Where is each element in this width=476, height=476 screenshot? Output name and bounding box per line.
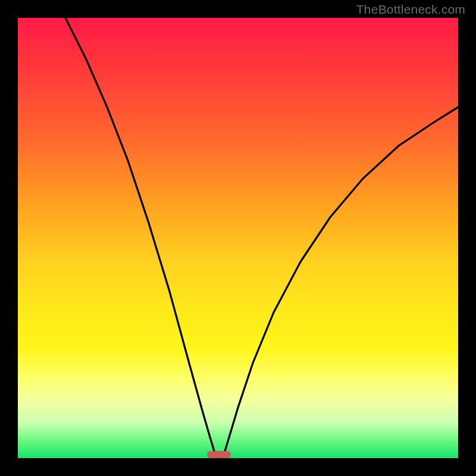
curve-left-branch: [65, 18, 214, 451]
watermark-text: TheBottleneck.com: [356, 2, 465, 17]
curve-layer: [18, 18, 458, 458]
plot-area: [18, 18, 458, 458]
bottleneck-marker: [207, 451, 231, 458]
chart-frame: TheBottleneck.com: [0, 0, 476, 476]
curve-right-branch: [225, 107, 458, 451]
